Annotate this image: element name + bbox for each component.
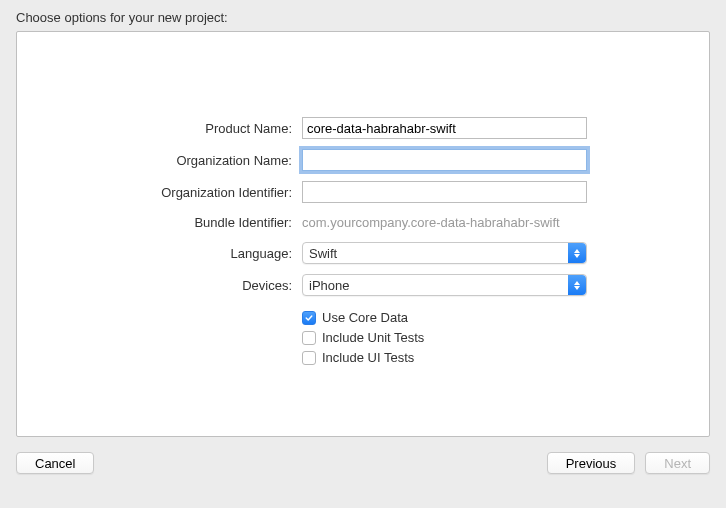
chevron-up-down-icon: [568, 275, 586, 295]
devices-select[interactable]: iPhone: [302, 274, 587, 296]
include-ui-tests-label: Include UI Tests: [322, 350, 414, 365]
language-select-value: Swift: [309, 246, 337, 261]
organization-identifier-label: Organization Identifier:: [17, 185, 302, 200]
devices-select-value: iPhone: [309, 278, 349, 293]
bundle-identifier-value: com.yourcompany.core-data-habrahabr-swif…: [302, 213, 587, 232]
use-core-data-label: Use Core Data: [322, 310, 408, 325]
bundle-identifier-label: Bundle Identifier:: [17, 215, 302, 230]
include-ui-tests-checkbox[interactable]: [302, 351, 316, 365]
checkmark-icon: [305, 314, 313, 322]
devices-label: Devices:: [17, 278, 302, 293]
include-unit-tests-label: Include Unit Tests: [322, 330, 424, 345]
cancel-button[interactable]: Cancel: [16, 452, 94, 474]
product-name-input[interactable]: [302, 117, 587, 139]
next-button[interactable]: Next: [645, 452, 710, 474]
previous-button[interactable]: Previous: [547, 452, 636, 474]
organization-name-input[interactable]: [302, 149, 587, 171]
use-core-data-checkbox[interactable]: [302, 311, 316, 325]
include-unit-tests-checkbox[interactable]: [302, 331, 316, 345]
dialog-footer: Cancel Previous Next: [0, 437, 726, 489]
chevron-up-down-icon: [568, 243, 586, 263]
organization-identifier-input[interactable]: [302, 181, 587, 203]
options-panel: Product Name: Organization Name: Organiz…: [16, 31, 710, 437]
dialog-title: Choose options for your new project:: [0, 0, 726, 31]
product-name-label: Product Name:: [17, 121, 302, 136]
language-select[interactable]: Swift: [302, 242, 587, 264]
language-label: Language:: [17, 246, 302, 261]
organization-name-label: Organization Name:: [17, 153, 302, 168]
